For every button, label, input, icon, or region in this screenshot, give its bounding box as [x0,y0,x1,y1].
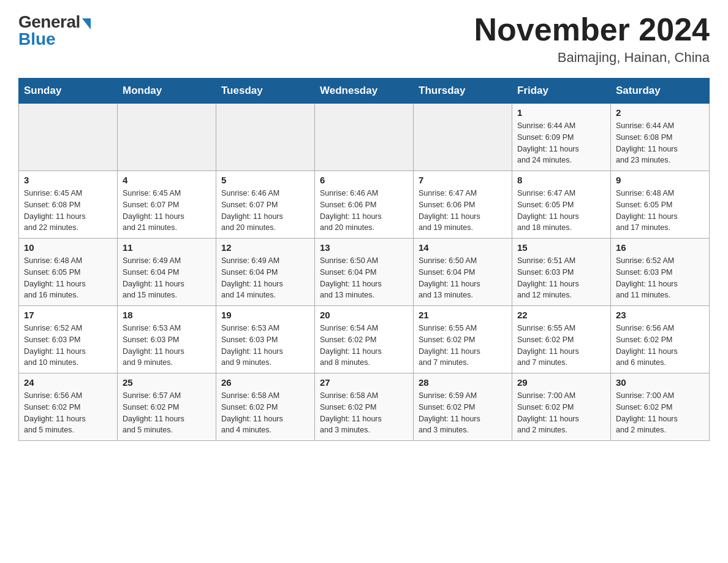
day-number: 8 [517,175,605,185]
calendar-week-row: 24Sunrise: 6:56 AM Sunset: 6:02 PM Dayli… [19,373,710,441]
day-of-week-header: Monday [118,79,216,104]
day-number: 14 [419,242,507,253]
day-number: 29 [517,377,605,388]
calendar-cell: 16Sunrise: 6:52 AM Sunset: 6:03 PM Dayli… [611,239,710,306]
day-info: Sunrise: 6:47 AM Sunset: 6:05 PM Dayligh… [517,188,605,234]
calendar-cell: 8Sunrise: 6:47 AM Sunset: 6:05 PM Daylig… [512,171,611,239]
day-info: Sunrise: 6:50 AM Sunset: 6:04 PM Dayligh… [419,255,507,301]
day-number: 11 [123,242,211,253]
day-of-week-header: Tuesday [216,79,315,104]
day-number: 13 [320,242,408,253]
day-info: Sunrise: 6:56 AM Sunset: 6:02 PM Dayligh… [24,390,112,436]
calendar-cell: 19Sunrise: 6:53 AM Sunset: 6:03 PM Dayli… [216,306,315,373]
calendar-cell: 10Sunrise: 6:48 AM Sunset: 6:05 PM Dayli… [19,239,118,306]
day-info: Sunrise: 6:52 AM Sunset: 6:03 PM Dayligh… [24,323,112,369]
day-number: 2 [616,107,704,118]
calendar-cell: 17Sunrise: 6:52 AM Sunset: 6:03 PM Dayli… [19,306,118,373]
page-header: General Blue November 2024 Baimajing, Ha… [18,12,710,66]
title-section: November 2024 Baimajing, Hainan, China [474,12,710,66]
day-number: 28 [419,377,507,388]
day-info: Sunrise: 6:55 AM Sunset: 6:02 PM Dayligh… [517,323,605,369]
day-info: Sunrise: 6:51 AM Sunset: 6:03 PM Dayligh… [517,255,605,301]
calendar-cell [216,104,315,171]
day-number: 27 [320,377,408,388]
day-number: 17 [24,310,112,320]
day-number: 10 [24,242,112,253]
day-of-week-header: Wednesday [315,79,414,104]
day-of-week-header: Friday [512,79,611,104]
day-info: Sunrise: 6:45 AM Sunset: 6:08 PM Dayligh… [24,188,112,234]
day-number: 12 [221,242,309,253]
day-number: 3 [24,175,112,185]
calendar-cell: 28Sunrise: 6:59 AM Sunset: 6:02 PM Dayli… [414,373,512,441]
day-number: 15 [517,242,605,253]
day-number: 24 [24,377,112,388]
day-info: Sunrise: 6:48 AM Sunset: 6:05 PM Dayligh… [616,188,704,234]
calendar-cell: 21Sunrise: 6:55 AM Sunset: 6:02 PM Dayli… [414,306,512,373]
day-number: 20 [320,310,408,320]
calendar-cell: 20Sunrise: 6:54 AM Sunset: 6:02 PM Dayli… [315,306,414,373]
calendar-cell: 22Sunrise: 6:55 AM Sunset: 6:02 PM Dayli… [512,306,611,373]
day-info: Sunrise: 6:44 AM Sunset: 6:08 PM Dayligh… [616,120,704,166]
day-info: Sunrise: 6:49 AM Sunset: 6:04 PM Dayligh… [221,255,309,301]
day-info: Sunrise: 6:58 AM Sunset: 6:02 PM Dayligh… [221,390,309,436]
calendar-cell [19,104,118,171]
calendar-cell [414,104,512,171]
day-info: Sunrise: 6:49 AM Sunset: 6:04 PM Dayligh… [123,255,211,301]
day-number: 9 [616,175,704,185]
calendar-cell: 3Sunrise: 6:45 AM Sunset: 6:08 PM Daylig… [19,171,118,239]
calendar-cell: 12Sunrise: 6:49 AM Sunset: 6:04 PM Dayli… [216,239,315,306]
month-title: November 2024 [474,12,710,47]
day-of-week-header: Thursday [414,79,512,104]
calendar-cell: 26Sunrise: 6:58 AM Sunset: 6:02 PM Dayli… [216,373,315,441]
calendar-cell: 11Sunrise: 6:49 AM Sunset: 6:04 PM Dayli… [118,239,216,306]
day-info: Sunrise: 6:56 AM Sunset: 6:02 PM Dayligh… [616,323,704,369]
day-info: Sunrise: 6:53 AM Sunset: 6:03 PM Dayligh… [221,323,309,369]
day-info: Sunrise: 6:52 AM Sunset: 6:03 PM Dayligh… [616,255,704,301]
day-info: Sunrise: 7:00 AM Sunset: 6:02 PM Dayligh… [517,390,605,436]
day-info: Sunrise: 6:50 AM Sunset: 6:04 PM Dayligh… [320,255,408,301]
day-info: Sunrise: 6:45 AM Sunset: 6:07 PM Dayligh… [123,188,211,234]
day-info: Sunrise: 6:55 AM Sunset: 6:02 PM Dayligh… [419,323,507,369]
day-number: 6 [320,175,408,185]
day-info: Sunrise: 6:57 AM Sunset: 6:02 PM Dayligh… [123,390,211,436]
calendar-cell: 7Sunrise: 6:47 AM Sunset: 6:06 PM Daylig… [414,171,512,239]
calendar-cell: 5Sunrise: 6:46 AM Sunset: 6:07 PM Daylig… [216,171,315,239]
day-number: 21 [419,310,507,320]
calendar-cell [118,104,216,171]
day-info: Sunrise: 6:44 AM Sunset: 6:09 PM Dayligh… [517,120,605,166]
location-title: Baimajing, Hainan, China [474,50,710,66]
calendar-cell: 24Sunrise: 6:56 AM Sunset: 6:02 PM Dayli… [19,373,118,441]
day-info: Sunrise: 6:47 AM Sunset: 6:06 PM Dayligh… [419,188,507,234]
calendar-cell: 4Sunrise: 6:45 AM Sunset: 6:07 PM Daylig… [118,171,216,239]
calendar-cell: 13Sunrise: 6:50 AM Sunset: 6:04 PM Dayli… [315,239,414,306]
calendar-cell: 9Sunrise: 6:48 AM Sunset: 6:05 PM Daylig… [611,171,710,239]
calendar-header-row: SundayMondayTuesdayWednesdayThursdayFrid… [19,79,710,104]
calendar-week-row: 17Sunrise: 6:52 AM Sunset: 6:03 PM Dayli… [19,306,710,373]
calendar-cell: 18Sunrise: 6:53 AM Sunset: 6:03 PM Dayli… [118,306,216,373]
day-number: 1 [517,107,605,118]
calendar-cell: 29Sunrise: 7:00 AM Sunset: 6:02 PM Dayli… [512,373,611,441]
calendar-cell: 6Sunrise: 6:46 AM Sunset: 6:06 PM Daylig… [315,171,414,239]
day-number: 16 [616,242,704,253]
day-info: Sunrise: 6:53 AM Sunset: 6:03 PM Dayligh… [123,323,211,369]
day-number: 7 [419,175,507,185]
day-info: Sunrise: 6:59 AM Sunset: 6:02 PM Dayligh… [419,390,507,436]
calendar-week-row: 10Sunrise: 6:48 AM Sunset: 6:05 PM Dayli… [19,239,710,306]
day-number: 23 [616,310,704,320]
day-number: 25 [123,377,211,388]
day-number: 22 [517,310,605,320]
day-number: 5 [221,175,309,185]
day-number: 18 [123,310,211,320]
calendar-cell [315,104,414,171]
day-number: 19 [221,310,309,320]
calendar-cell: 15Sunrise: 6:51 AM Sunset: 6:03 PM Dayli… [512,239,611,306]
calendar-cell: 30Sunrise: 7:00 AM Sunset: 6:02 PM Dayli… [611,373,710,441]
day-info: Sunrise: 7:00 AM Sunset: 6:02 PM Dayligh… [616,390,704,436]
calendar-week-row: 1Sunrise: 6:44 AM Sunset: 6:09 PM Daylig… [19,104,710,171]
day-info: Sunrise: 6:58 AM Sunset: 6:02 PM Dayligh… [320,390,408,436]
day-number: 4 [123,175,211,185]
calendar-week-row: 3Sunrise: 6:45 AM Sunset: 6:08 PM Daylig… [19,171,710,239]
calendar-cell: 1Sunrise: 6:44 AM Sunset: 6:09 PM Daylig… [512,104,611,171]
day-info: Sunrise: 6:48 AM Sunset: 6:05 PM Dayligh… [24,255,112,301]
